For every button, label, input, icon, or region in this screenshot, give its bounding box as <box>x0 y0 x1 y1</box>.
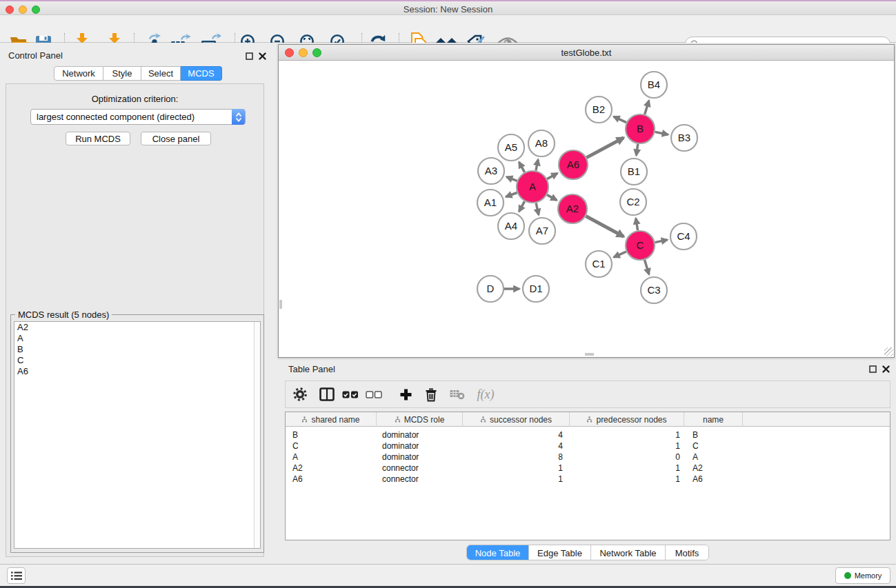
edge-C-C1[interactable] <box>614 252 626 257</box>
table-row[interactable]: A6connector11A6 <box>286 474 890 485</box>
table-cell: A6 <box>286 474 377 485</box>
table-cell: dominator <box>377 452 463 463</box>
node-B4[interactable]: B4 <box>641 72 667 98</box>
column-header-label: name <box>703 415 724 425</box>
node-C3[interactable]: C3 <box>641 277 667 303</box>
mcds-result-item[interactable]: A <box>14 333 260 344</box>
node-B2[interactable]: B2 <box>586 97 612 123</box>
delete-column-button[interactable] <box>420 381 442 407</box>
close-table-panel-icon[interactable] <box>882 365 890 374</box>
edge-A-A7[interactable] <box>536 203 539 214</box>
node-A2[interactable]: A2 <box>558 194 587 223</box>
delete-table-button[interactable] <box>446 381 468 407</box>
column-header-MCDS-role[interactable]: MCDS role <box>377 412 463 427</box>
memory-status-icon <box>844 572 851 579</box>
horizontal-scroll-nub[interactable] <box>585 353 594 356</box>
mcds-result-item[interactable]: A2 <box>14 322 260 333</box>
resize-handle[interactable] <box>884 347 893 356</box>
edge-C-C2[interactable] <box>636 219 638 231</box>
node-A5[interactable]: A5 <box>498 134 524 161</box>
float-table-panel-icon[interactable] <box>868 365 877 374</box>
plus-icon <box>399 388 412 401</box>
tab-mcds[interactable]: MCDS <box>181 66 222 81</box>
mcds-result-item[interactable]: B <box>14 344 260 355</box>
float-panel-icon[interactable] <box>245 52 254 61</box>
table-row[interactable]: Adominator80A <box>286 452 890 463</box>
table-row[interactable]: A2connector11A2 <box>286 463 890 474</box>
mcds-result-item[interactable]: C <box>14 355 260 366</box>
edge-A2-C[interactable] <box>586 216 624 237</box>
table-cell: dominator <box>377 429 463 440</box>
svg-text:C1: C1 <box>592 258 605 270</box>
edge-A6-B[interactable] <box>586 138 624 158</box>
column-header-shared-name[interactable]: shared name <box>286 412 377 427</box>
list-scrollbar[interactable] <box>254 322 260 548</box>
edge-C-C3[interactable] <box>645 260 649 274</box>
column-header-name[interactable]: name <box>684 412 743 427</box>
node-A3[interactable]: A3 <box>478 158 504 184</box>
tab-style[interactable]: Style <box>103 66 141 81</box>
delete-table-icon <box>450 389 465 400</box>
edge-A-A3[interactable] <box>506 177 517 181</box>
node-D[interactable]: D <box>477 276 504 302</box>
node-A4[interactable]: A4 <box>498 213 524 239</box>
node-B1[interactable]: B1 <box>621 159 647 185</box>
edge-A-A2[interactable] <box>547 195 557 201</box>
node-C1[interactable]: C1 <box>586 251 612 277</box>
close-panel-button[interactable]: Close panel <box>141 132 211 145</box>
edge-A-A5[interactable] <box>519 162 525 172</box>
function-builder-button[interactable]: f(x) <box>470 381 501 407</box>
column-header-predecessor-nodes[interactable]: predecessor nodes <box>570 412 684 427</box>
task-history-button[interactable] <box>7 567 26 584</box>
mcds-result-list[interactable]: A2ABCA6 <box>14 321 261 549</box>
node-A7[interactable]: A7 <box>529 218 555 244</box>
tab-network[interactable]: Network <box>54 66 103 81</box>
edge-A-A4[interactable] <box>519 201 525 212</box>
network-window-titlebar[interactable]: testGlobe.txt <box>279 45 894 61</box>
tab-network-table[interactable]: Network Table <box>591 545 666 560</box>
edge-B-B3[interactable] <box>655 132 668 134</box>
gear-button[interactable] <box>289 381 311 407</box>
criterion-select[interactable]: largest connected component (directed) <box>30 109 246 125</box>
tab-motifs[interactable]: Motifs <box>666 545 708 560</box>
node-B[interactable]: B <box>626 114 655 143</box>
edge-B-B2[interactable] <box>614 116 626 123</box>
content-area: Control Panel NetworkStyleSelectMCDS Opt… <box>0 43 896 564</box>
split-columns-button[interactable] <box>316 381 338 407</box>
select-all-button[interactable] <box>339 381 361 407</box>
deselect-all-button[interactable] <box>363 381 385 407</box>
edge-A-A1[interactable] <box>506 193 517 197</box>
node-C4[interactable]: C4 <box>670 223 697 250</box>
memory-button[interactable]: Memory <box>835 567 890 584</box>
node-A1[interactable]: A1 <box>477 190 504 216</box>
node-B3[interactable]: B3 <box>671 125 697 151</box>
tab-node-table[interactable]: Node Table <box>467 545 529 560</box>
table-row[interactable]: Bdominator41B <box>286 429 890 440</box>
edge-B-B4[interactable] <box>645 101 649 114</box>
node-C[interactable]: C <box>626 231 655 260</box>
svg-text:D: D <box>487 283 495 294</box>
node-D1[interactable]: D1 <box>523 276 549 302</box>
node-table[interactable]: shared nameMCDS rolesuccessor nodesprede… <box>285 412 890 540</box>
node-A8[interactable]: A8 <box>528 130 555 156</box>
table-cell: 1 <box>463 463 570 474</box>
vertical-scroll-nub[interactable] <box>279 300 282 309</box>
tab-select[interactable]: Select <box>141 66 181 81</box>
network-canvas[interactable]: AA2A6BCA1A3A4A5A7A8B1B2B3B4C1C2C3C4DD1 <box>279 61 894 357</box>
tab-edge-table[interactable]: Edge Table <box>529 545 591 560</box>
run-mcds-button[interactable]: Run MCDS <box>66 132 130 145</box>
node-A6[interactable]: A6 <box>559 150 588 179</box>
edge-A-A8[interactable] <box>536 160 538 171</box>
close-panel-icon[interactable] <box>258 52 267 61</box>
add-column-button[interactable] <box>395 381 417 407</box>
mcds-result-group: MCDS result (5 nodes) A2ABCA6 <box>10 314 264 553</box>
edge-B-B1[interactable] <box>636 144 637 155</box>
mcds-result-item[interactable]: A6 <box>14 366 260 377</box>
edge-A-A6[interactable] <box>547 173 557 179</box>
node-A[interactable]: A <box>517 171 548 203</box>
column-header-successor-nodes[interactable]: successor nodes <box>463 412 570 427</box>
table-row[interactable]: Cdominator41C <box>286 440 890 452</box>
node-C2[interactable]: C2 <box>620 189 646 215</box>
mcds-tab-content: Optimization criterion: largest connecte… <box>6 83 264 557</box>
edge-C-C4[interactable] <box>655 240 668 243</box>
